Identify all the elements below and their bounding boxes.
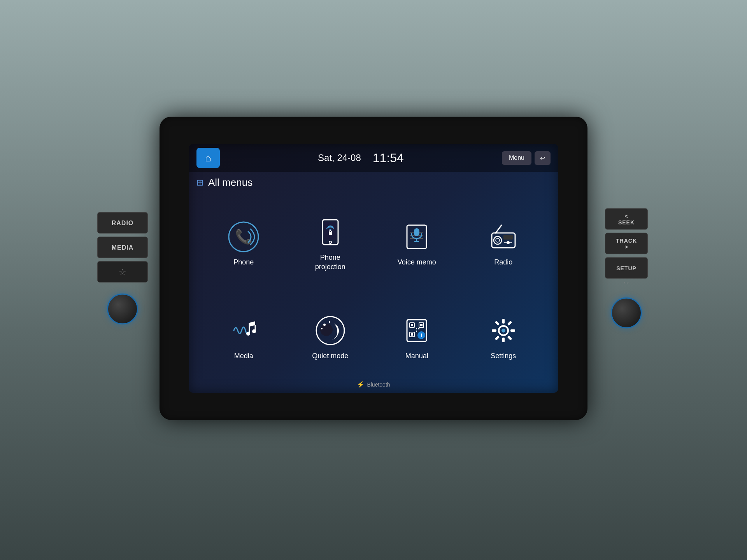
radio-button[interactable]: RADIO [97, 212, 148, 234]
svg-rect-50 [494, 335, 500, 340]
menu-grid: 📞 Phone [189, 193, 558, 392]
svg-rect-11 [414, 228, 419, 236]
svg-text:i: i [421, 332, 422, 338]
svg-point-24 [252, 329, 256, 333]
menu-item-radio[interactable]: Radio [460, 197, 547, 291]
svg-point-26 [320, 324, 333, 336]
phone-projection-icon [315, 217, 346, 248]
svg-point-27 [323, 324, 326, 326]
svg-rect-44 [502, 319, 505, 324]
home-icon: ⌂ [205, 152, 211, 164]
svg-rect-34 [420, 324, 423, 326]
favorite-button[interactable]: ☆ [97, 261, 148, 283]
media-button[interactable]: MEDIA [97, 237, 148, 258]
quiet-mode-label: Quiet mode [312, 352, 348, 360]
menu-item-phone-projection[interactable]: Phoneprojection [287, 197, 374, 291]
menu-item-quiet-mode[interactable]: Quiet mode [287, 291, 374, 385]
svg-point-17 [496, 238, 500, 242]
volume-arrows: ↔ [622, 278, 630, 287]
svg-point-6 [329, 241, 331, 243]
svg-text:📞: 📞 [235, 228, 253, 245]
phone-label: Phone [233, 258, 254, 267]
screen-header: ⌂ Sat, 24-08 11:54 Menu ↩ [189, 144, 558, 172]
svg-rect-32 [411, 324, 413, 326]
manual-label: Manual [405, 352, 428, 360]
left-panel: RADIO MEDIA ☆ [97, 212, 148, 325]
svg-rect-36 [411, 333, 413, 336]
svg-point-28 [329, 321, 330, 323]
header-buttons: Menu ↩ [502, 151, 551, 165]
svg-rect-39 [416, 328, 417, 329]
svg-rect-49 [507, 335, 512, 340]
radio-label: Radio [494, 258, 512, 267]
svg-rect-41 [416, 331, 417, 332]
svg-line-15 [496, 225, 502, 233]
all-menus-title: All menus [208, 177, 253, 189]
menu-item-manual[interactable]: i Manual [374, 291, 460, 385]
home-button[interactable]: ⌂ [196, 148, 220, 168]
voice-memo-icon [401, 221, 432, 252]
volume-knob[interactable] [611, 298, 642, 329]
svg-rect-18 [503, 235, 513, 240]
back-button[interactable]: ↩ [535, 151, 551, 165]
sub-header: ⊞ All menus [189, 172, 558, 193]
menu-item-settings[interactable]: Settings [460, 291, 547, 385]
svg-rect-5 [329, 232, 332, 235]
grid-icon: ⊞ [196, 178, 203, 188]
svg-rect-47 [510, 329, 515, 332]
menu-item-voice-memo[interactable]: Voice memo [374, 197, 460, 291]
svg-rect-45 [502, 338, 505, 342]
voice-memo-label: Voice memo [398, 258, 436, 267]
manual-icon: i [401, 315, 432, 346]
center-unit: RADIO MEDIA ☆ < SEEK TRACK > SETUP ↔ [160, 117, 587, 420]
date-display: Sat, 24-08 [318, 152, 361, 163]
setup-button[interactable]: SETUP [605, 257, 648, 279]
phone-icon: 📞 [228, 221, 259, 252]
right-panel: < SEEK TRACK > SETUP ↔ [605, 208, 648, 329]
settings-label: Settings [491, 352, 516, 360]
svg-point-20 [507, 241, 510, 244]
media-icon [228, 315, 259, 346]
power-knob[interactable] [107, 294, 138, 325]
car-dashboard: RADIO MEDIA ☆ < SEEK TRACK > SETUP ↔ [0, 0, 747, 560]
settings-icon [488, 315, 519, 346]
menu-item-media[interactable]: Media [200, 291, 287, 385]
track-button[interactable]: TRACK > [605, 233, 648, 254]
radio-icon [488, 221, 519, 252]
bluetooth-label: Bluetooth [367, 382, 390, 388]
svg-rect-40 [418, 328, 419, 329]
svg-rect-51 [507, 320, 512, 326]
svg-point-43 [502, 329, 505, 332]
datetime-display: Sat, 24-08 11:54 [228, 151, 494, 165]
phone-projection-label: Phoneprojection [315, 253, 345, 271]
main-screen: ⌂ Sat, 24-08 11:54 Menu ↩ ⊞ All menus [189, 144, 558, 393]
bluetooth-icon: ⚡ [357, 381, 365, 388]
time-display: 11:54 [373, 151, 404, 165]
svg-point-22 [246, 332, 250, 336]
menu-item-phone[interactable]: 📞 Phone [200, 197, 287, 291]
seek-button[interactable]: < SEEK [605, 208, 648, 230]
media-label: Media [234, 352, 253, 360]
svg-rect-48 [494, 320, 500, 326]
bluetooth-bar: ⚡ Bluetooth [357, 381, 390, 388]
quiet-mode-icon [315, 315, 346, 346]
svg-rect-46 [492, 329, 496, 332]
svg-point-29 [321, 328, 323, 329]
menu-button[interactable]: Menu [502, 151, 531, 165]
svg-point-16 [494, 236, 502, 244]
